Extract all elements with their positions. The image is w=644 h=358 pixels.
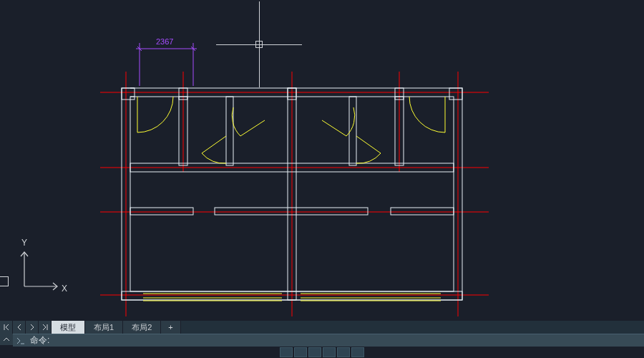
status-btn-4[interactable] [323, 347, 336, 357]
svg-line-30 [240, 120, 265, 136]
svg-rect-13 [122, 88, 135, 100]
commandline-minimize[interactable] [0, 334, 13, 345]
tab-nav-buttons [0, 321, 52, 334]
tab-layout2[interactable]: 布局2 [123, 321, 161, 334]
command-icon [13, 334, 29, 347]
tab-model[interactable]: 模型 [52, 321, 85, 334]
command-input[interactable] [49, 334, 644, 347]
dimension-value: 2367 [156, 37, 173, 46]
svg-rect-19 [226, 97, 233, 165]
tab-add[interactable]: + [161, 321, 180, 334]
svg-line-29 [202, 136, 226, 153]
tab-nav-first[interactable] [0, 321, 13, 334]
command-bar: 命令: [13, 334, 644, 347]
status-btn-3[interactable] [308, 347, 321, 357]
status-btn-6[interactable] [351, 347, 364, 357]
drawing-canvas[interactable]: 2367 X Y [0, 0, 644, 321]
ucs-icon: X Y [14, 242, 72, 299]
drawing-content [0, 0, 644, 321]
tab-layout1[interactable]: 布局1 [85, 321, 123, 334]
svg-rect-25 [215, 208, 368, 215]
svg-rect-17 [449, 88, 462, 100]
status-btn-1[interactable] [280, 347, 293, 357]
svg-rect-26 [391, 208, 454, 215]
ucs-y-label: Y [21, 238, 27, 248]
svg-line-31 [322, 120, 346, 136]
tab-nav-next[interactable] [26, 321, 39, 334]
layout-tabs-bar: 模型 布局1 布局2 + [0, 321, 644, 334]
command-prompt: 命令: [29, 334, 49, 347]
tab-nav-prev[interactable] [13, 321, 26, 334]
status-btn-2[interactable] [294, 347, 307, 357]
status-bar [0, 347, 644, 358]
tab-nav-last[interactable] [39, 321, 52, 334]
svg-rect-24 [130, 208, 193, 215]
status-btn-5[interactable] [337, 347, 350, 357]
ucs-x-label: X [62, 284, 67, 294]
svg-line-32 [356, 136, 381, 153]
